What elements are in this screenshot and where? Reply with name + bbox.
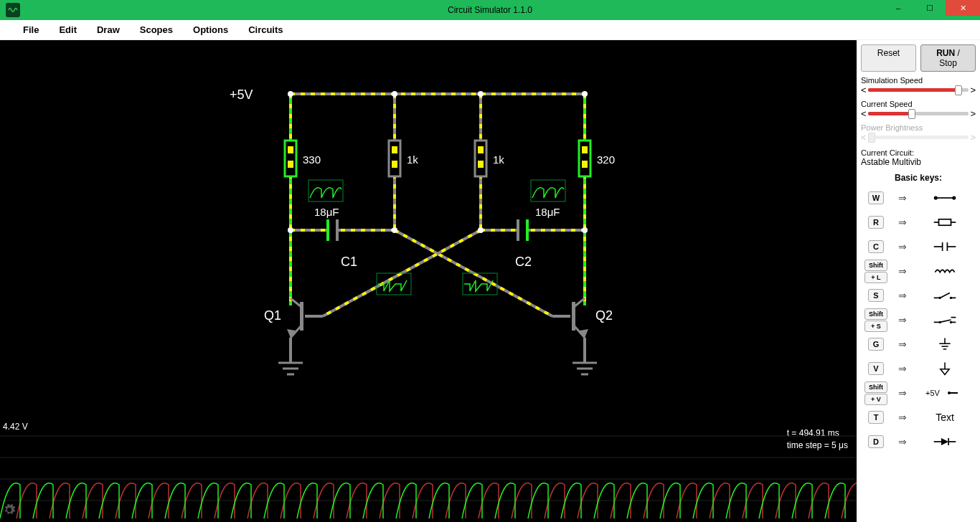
chevron-left-icon: < bbox=[861, 132, 867, 143]
maximize-button[interactable]: ☐ bbox=[914, 0, 946, 16]
svg-line-101 bbox=[940, 320, 951, 322]
key-row-ground[interactable]: G⇒ bbox=[861, 333, 976, 355]
svg-rect-4 bbox=[285, 141, 296, 176]
arrow-right-icon: ⇒ bbox=[898, 241, 907, 252]
menu-draw[interactable]: Draw bbox=[87, 24, 130, 35]
key-row-switch-open[interactable]: S⇒ bbox=[861, 285, 976, 306]
svg-text:Q1: Q1 bbox=[264, 308, 281, 323]
menu-edit[interactable]: Edit bbox=[49, 24, 87, 35]
diode-icon bbox=[914, 435, 976, 449]
key-row-ground2[interactable]: V⇒ bbox=[861, 358, 976, 379]
switch-open-icon bbox=[914, 288, 976, 303]
scope-settings-icon[interactable] bbox=[3, 503, 16, 519]
svg-rect-21 bbox=[582, 161, 588, 168]
sidebar: Reset RUN / Stop Simulation Speed < > Cu… bbox=[857, 40, 980, 522]
svg-rect-15 bbox=[478, 146, 484, 153]
current-circuit-label: Current Circuit: bbox=[861, 148, 976, 157]
svg-text:Q2: Q2 bbox=[595, 308, 613, 323]
arrow-right-icon: ⇒ bbox=[898, 217, 907, 228]
circuit-diagram: +5V 330 1k 1k 320 18μF 18μF C1 C2 Q1 Q2 bbox=[0, 40, 857, 420]
switch-closed-icon bbox=[914, 313, 976, 327]
window-title: Circuit Simulator 1.1.0 bbox=[448, 5, 532, 15]
run-stop-button[interactable]: RUN / Stop bbox=[920, 44, 976, 72]
chevron-right-icon: > bbox=[970, 132, 976, 143]
svg-marker-110 bbox=[941, 369, 949, 375]
menu-options[interactable]: Options bbox=[183, 24, 238, 35]
circuit-canvas[interactable]: +5V 330 1k 1k 320 18μF 18μF C1 C2 Q1 Q2 … bbox=[0, 40, 857, 522]
svg-rect-20 bbox=[582, 146, 588, 153]
wire-icon bbox=[914, 191, 976, 205]
svg-rect-14 bbox=[475, 141, 486, 176]
svg-point-63 bbox=[392, 227, 397, 233]
power-brightness-slider: < > bbox=[861, 132, 976, 143]
svg-rect-10 bbox=[392, 146, 397, 153]
svg-rect-31 bbox=[519, 225, 526, 235]
key-row-voltage[interactable]: Shift+ V⇒+5V bbox=[861, 382, 976, 404]
key-row-text[interactable]: T⇒Text bbox=[861, 407, 976, 428]
reset-button[interactable]: Reset bbox=[861, 44, 916, 72]
ground-icon bbox=[914, 337, 976, 351]
text-icon: Text bbox=[914, 412, 976, 423]
key-row-capacitor[interactable]: C⇒ bbox=[861, 236, 976, 257]
voltage-label: +5V bbox=[230, 87, 253, 102]
resistor-icon bbox=[914, 215, 976, 229]
menu-scopes[interactable]: Scopes bbox=[130, 24, 183, 35]
chevron-right-icon[interactable]: > bbox=[970, 85, 976, 95]
sim-speed-label: Simulation Speed bbox=[861, 76, 976, 85]
menubar: File Edit Draw Scopes Options Circuits bbox=[0, 20, 980, 40]
chevron-left-icon[interactable]: < bbox=[861, 85, 867, 95]
menu-file[interactable]: File bbox=[13, 24, 49, 35]
arrow-right-icon: ⇒ bbox=[898, 412, 907, 423]
svg-rect-24 bbox=[326, 219, 329, 241]
app-icon bbox=[6, 3, 20, 17]
voltage-icon: +5V bbox=[914, 386, 976, 400]
chevron-left-icon[interactable]: < bbox=[861, 108, 867, 119]
oscilloscope: 4.42 V t = 494.91 ms time step = 5 μs bbox=[0, 422, 857, 522]
svg-text:18μF: 18μF bbox=[314, 206, 339, 218]
svg-rect-26 bbox=[329, 225, 336, 235]
current-speed-label: Current Speed bbox=[861, 100, 976, 108]
svg-rect-16 bbox=[478, 161, 484, 168]
svg-point-61 bbox=[582, 91, 588, 97]
capacitor-icon bbox=[914, 239, 976, 254]
current-circuit-value: Astable Multivib bbox=[861, 157, 976, 167]
menu-circuits[interactable]: Circuits bbox=[238, 24, 293, 35]
svg-text:C1: C1 bbox=[341, 255, 357, 269]
sim-speed-slider[interactable]: < > bbox=[861, 85, 976, 95]
svg-line-96 bbox=[940, 293, 950, 298]
svg-line-40 bbox=[291, 298, 301, 307]
basic-keys-header: Basic keys: bbox=[861, 173, 976, 183]
arrow-right-icon: ⇒ bbox=[898, 314, 907, 326]
svg-text:330: 330 bbox=[303, 153, 321, 166]
minimize-button[interactable]: – bbox=[882, 0, 914, 16]
svg-rect-25 bbox=[336, 219, 339, 241]
key-row-wire[interactable]: W⇒ bbox=[861, 187, 976, 209]
arrow-right-icon: ⇒ bbox=[898, 338, 907, 350]
svg-point-58 bbox=[288, 91, 293, 97]
svg-rect-6 bbox=[288, 161, 293, 168]
arrow-right-icon: ⇒ bbox=[898, 290, 907, 301]
svg-point-64 bbox=[478, 227, 484, 233]
svg-rect-30 bbox=[526, 219, 529, 241]
svg-point-62 bbox=[288, 227, 293, 233]
svg-point-86 bbox=[952, 196, 956, 199]
svg-text:18μF: 18μF bbox=[535, 206, 560, 218]
key-row-switch-closed[interactable]: Shift+ S⇒ bbox=[861, 309, 976, 331]
close-button[interactable]: ✕ bbox=[946, 0, 980, 16]
key-row-inductor[interactable]: Shift+ L⇒ bbox=[861, 260, 976, 282]
svg-rect-5 bbox=[288, 146, 293, 153]
svg-text:1k: 1k bbox=[493, 153, 504, 166]
svg-line-51 bbox=[574, 298, 585, 307]
svg-point-85 bbox=[934, 196, 938, 199]
ground2-icon bbox=[914, 361, 976, 376]
current-speed-slider[interactable]: < > bbox=[861, 108, 976, 119]
svg-point-60 bbox=[478, 91, 484, 97]
power-brightness-label: Power Brightness bbox=[861, 123, 976, 132]
svg-text:320: 320 bbox=[597, 153, 615, 166]
svg-rect-29 bbox=[517, 219, 519, 241]
svg-rect-19 bbox=[579, 141, 590, 176]
chevron-right-icon[interactable]: > bbox=[970, 108, 976, 119]
key-row-resistor[interactable]: R⇒ bbox=[861, 212, 976, 233]
key-row-diode[interactable]: D⇒ bbox=[861, 431, 976, 452]
svg-text:1k: 1k bbox=[407, 153, 418, 166]
